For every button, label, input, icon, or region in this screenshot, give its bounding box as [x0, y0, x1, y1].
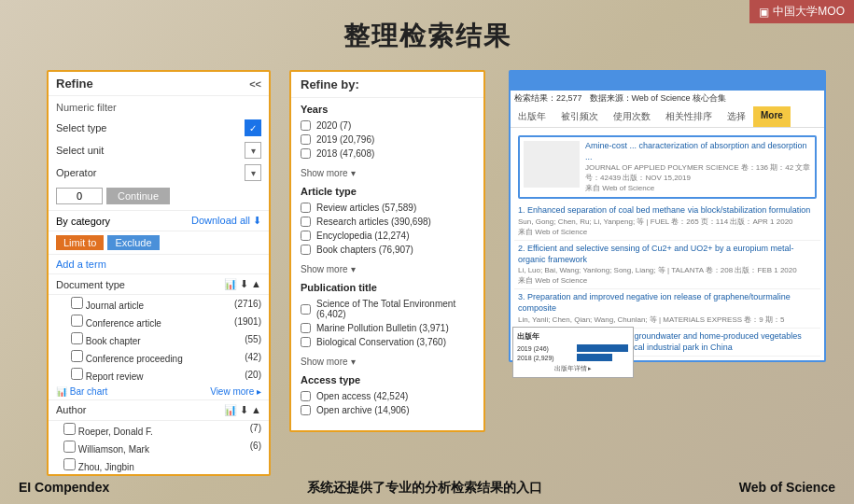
refine-by-header: Refine by:	[291, 72, 483, 98]
author-checkbox-1[interactable]	[63, 423, 76, 435]
access-archive-row: Open archive (14,906)	[301, 403, 474, 417]
access-archive-label: Open archive (14,906)	[316, 405, 410, 415]
tab-select[interactable]: 选择	[720, 106, 753, 127]
author-row-1: Roeper, Donald F. (7)	[49, 421, 269, 439]
doc-count-book-chapter: (55)	[245, 334, 261, 344]
caption-right: Web of Science	[739, 480, 835, 497]
wos-result-1: 1. Enhanced separation of coal bed metha…	[514, 203, 820, 241]
bar-chart-label[interactable]: 📊 Bar chart	[56, 386, 107, 397]
article-research-label: Research articles (390,698)	[316, 217, 431, 227]
wos-result-1-title[interactable]: 1. Enhanced separation of coal bed metha…	[518, 205, 817, 217]
mini-chart-title: 出版年	[517, 331, 629, 342]
mini-bar-2018: 2018 (2,929)	[517, 354, 629, 361]
article-book-checkbox[interactable]	[301, 245, 311, 255]
pub-marine-checkbox[interactable]	[301, 323, 311, 333]
wos-result-3-title[interactable]: 3. Preparation and improved negative ion…	[518, 292, 817, 314]
wos-top-bar	[511, 72, 824, 91]
article-review-row: Review articles (57,589)	[301, 201, 474, 215]
doc-checkbox-report-review[interactable]	[71, 368, 83, 380]
access-open-checkbox[interactable]	[301, 391, 311, 401]
pub-science-label: Science of The Total Environment (6,402)	[316, 299, 474, 319]
doc-checkbox-conf-proceeding[interactable]	[71, 350, 83, 362]
article-research-checkbox[interactable]	[301, 217, 311, 227]
author-count-2: (6)	[250, 441, 261, 455]
article-review-label: Review articles (57,589)	[316, 203, 416, 213]
author-checkbox-3[interactable]	[63, 458, 76, 470]
select-unit-label: Select unit	[56, 145, 104, 156]
wos-highlighted-meta: JOURNAL OF APPLIED POLYMER SCIENCE 卷：136…	[585, 162, 811, 183]
right-panel-wos: 检索结果：22,577 数据来源：Web of Science 核心合集 出版年…	[509, 70, 826, 362]
bar-chart-row: 📊 Bar chart View more ▸	[49, 384, 269, 400]
pub-marine-row: Marine Pollution Bulletin (3,971)	[301, 321, 474, 335]
years-show-more[interactable]: Show more	[291, 166, 483, 180]
article-encyclopedia-checkbox[interactable]	[301, 231, 311, 241]
year-2018-label: 2018 (47,608)	[316, 148, 374, 159]
doc-row-book-chapter: Book chapter (55)	[49, 330, 269, 348]
pub-bio-checkbox[interactable]	[301, 337, 311, 347]
left-panel-header: Refine <<	[49, 72, 269, 96]
tab-usage[interactable]: 使用次数	[606, 106, 658, 127]
mini-chart-panel: 出版年 2019 (246) 2018 (2,929) 出版年详情 ▸	[512, 327, 634, 378]
by-category-header: By category Download all ⬇	[49, 211, 269, 231]
pub-title-title: Publication title	[301, 282, 474, 293]
doc-checkbox-journal[interactable]	[71, 297, 83, 309]
year-2019-checkbox[interactable]	[301, 134, 311, 145]
numeric-value-input[interactable]	[56, 188, 103, 204]
tab-pub-year[interactable]: 出版年	[511, 106, 553, 127]
select-type-label: Select type	[56, 122, 106, 133]
doc-type-label: Document type	[56, 279, 125, 290]
tab-more[interactable]: More	[753, 106, 791, 127]
numeric-filter-title: Numeric filter	[56, 102, 261, 113]
doc-count-conf-proceeding: (42)	[245, 352, 261, 362]
article-type-show-more[interactable]: Show more	[291, 262, 483, 276]
wos-result-2-source: 来自 Web of Science	[518, 275, 817, 286]
access-type-section: Access type Open access (42,524) Open ar…	[291, 369, 483, 423]
article-encyclopedia-row: Encyclopedia (12,274)	[301, 229, 474, 243]
author-checkbox-2[interactable]	[63, 441, 76, 453]
continue-button[interactable]: Continue	[106, 188, 170, 204]
access-archive-checkbox[interactable]	[301, 405, 311, 415]
view-more-link[interactable]: View more ▸	[210, 386, 261, 397]
article-encyclopedia-label: Encyclopedia (12,274)	[316, 231, 410, 241]
by-category-label: By category	[56, 216, 110, 227]
pub-title-show-more[interactable]: Show more	[291, 355, 483, 369]
doc-checkbox-book-chapter[interactable]	[71, 332, 83, 344]
author-header: Author 📊 ⬇ ▲	[49, 400, 269, 421]
access-open-label: Open access (42,524)	[316, 391, 408, 401]
select-unit-chevron[interactable]	[245, 142, 261, 159]
author-count-1: (7)	[250, 423, 261, 437]
wos-highlighted-text: Amine-cost ... characterization of absor…	[585, 141, 811, 193]
pub-science-checkbox[interactable]	[301, 304, 311, 315]
collapse-btn[interactable]: <<	[249, 78, 261, 90]
years-section: Years 2020 (7) 2019 (20,796) 2018 (47,60…	[291, 98, 483, 166]
wos-result-2-title[interactable]: 2. Efficient and selective sensing of Cu…	[518, 244, 817, 265]
year-2020-row: 2020 (7)	[301, 119, 474, 133]
wos-thumbnail	[524, 141, 580, 188]
operator-chevron[interactable]	[245, 164, 261, 181]
mini-bar-2019: 2019 (246)	[517, 344, 629, 352]
limit-exclude-row: Limit to Exclude	[49, 231, 269, 255]
year-2018-checkbox[interactable]	[301, 148, 311, 159]
limit-to-button[interactable]: Limit to	[56, 235, 104, 250]
doc-row-conf-proceeding: Conference proceeding (42)	[49, 348, 269, 366]
wos-result-2: 2. Efficient and selective sensing of Cu…	[514, 241, 820, 289]
doc-type-icons: 📊 ⬇ ▲	[224, 278, 261, 290]
article-review-checkbox[interactable]	[301, 203, 311, 213]
article-type-title: Article type	[301, 186, 474, 197]
download-all-label[interactable]: Download all ⬇	[191, 215, 261, 227]
exclude-button[interactable]: Exclude	[107, 235, 159, 250]
author-row-2: Williamson, Mark (6)	[49, 439, 269, 456]
pub-title-chevron-icon	[351, 357, 356, 367]
select-type-checkmark[interactable]: ✓	[245, 119, 261, 136]
wos-highlighted-result: Amine-cost ... characterization of absor…	[518, 135, 817, 199]
wos-highlighted-source: 来自 Web of Science	[585, 183, 811, 193]
year-2020-checkbox[interactable]	[301, 120, 311, 131]
tab-relevance[interactable]: 相关性排序	[658, 106, 720, 127]
years-title: Years	[301, 104, 474, 115]
doc-checkbox-conference[interactable]	[71, 315, 83, 327]
tab-citations[interactable]: 被引频次	[553, 106, 606, 127]
wos-highlighted-inner: Amine-cost ... characterization of absor…	[524, 141, 811, 193]
filter-value-row: Continue	[56, 188, 261, 204]
wos-highlighted-title: Amine-cost ... characterization of absor…	[585, 141, 811, 162]
add-term-label[interactable]: Add a term	[49, 255, 269, 274]
